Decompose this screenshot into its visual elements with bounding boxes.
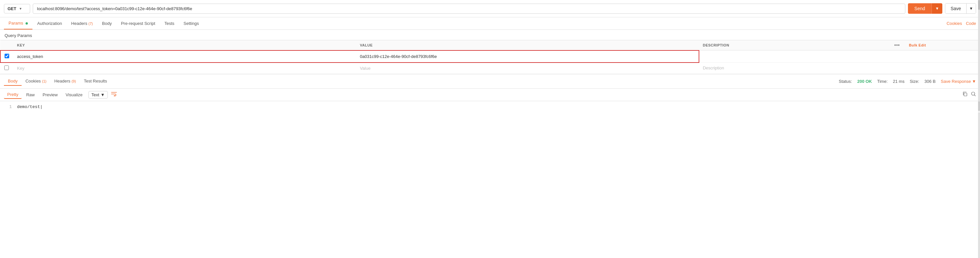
response-tab-cookies[interactable]: Cookies (1) — [22, 77, 51, 86]
th-bulk-edit[interactable]: Bulk Edit — [905, 40, 980, 51]
response-status: Status: 200 OK Time: 21 ms Size: 306 B S… — [839, 79, 976, 84]
params-table: KEY VALUE DESCRIPTION ••• Bulk Edit — [0, 40, 980, 74]
empty-key-placeholder: Key — [17, 66, 24, 71]
row-checkbox[interactable] — [5, 54, 9, 58]
resp-headers-badge: (9) — [72, 79, 76, 83]
code-area: 1 demo/test — [0, 101, 980, 113]
body-tab-visualize[interactable]: Visualize — [62, 91, 86, 99]
code-scrollbar[interactable] — [978, 101, 980, 113]
cookies-link[interactable]: Cookies — [947, 21, 962, 26]
send-dropdown-button[interactable]: ▼ — [932, 3, 942, 14]
time-label: Time: — [877, 79, 888, 84]
more-options-button[interactable]: ••• — [893, 42, 901, 48]
line-numbers: 1 — [5, 104, 12, 109]
save-btn-group: Save ▼ — [945, 3, 976, 14]
size-label: Size: — [910, 79, 919, 84]
row-checkbox-cell — [0, 51, 13, 62]
tab-prerequest[interactable]: Pre-request Script — [116, 18, 160, 29]
th-description: DESCRIPTION — [699, 40, 889, 51]
empty-desc-placeholder: Description — [703, 65, 724, 70]
empty-value-placeholder: Value — [360, 66, 371, 71]
params-dot — [25, 22, 28, 25]
save-dropdown-button[interactable]: ▼ — [966, 3, 976, 13]
tab-headers[interactable]: Headers (7) — [67, 18, 97, 29]
save-button[interactable]: Save — [945, 3, 966, 13]
row-key-cell — [13, 51, 356, 62]
size-value: 306 B — [924, 79, 935, 84]
th-key: KEY — [13, 40, 356, 51]
response-tabs: Body Cookies (1) Headers (9) Test Result… — [4, 77, 111, 86]
save-response-button[interactable]: Save Response ▼ — [941, 79, 976, 84]
row-desc-input[interactable] — [703, 53, 885, 60]
empty-checkbox-cell — [0, 62, 13, 74]
tab-body[interactable]: Body — [98, 18, 117, 29]
save-response-chevron: ▼ — [972, 79, 976, 84]
response-bar: Body Cookies (1) Headers (9) Test Result… — [0, 74, 980, 89]
row-value-cell — [356, 51, 699, 62]
send-btn-group: Send ▼ — [908, 3, 943, 14]
row-value-input[interactable] — [360, 53, 695, 60]
th-actions: ••• — [889, 40, 905, 51]
search-button[interactable] — [971, 91, 976, 98]
format-chevron-icon: ▼ — [100, 92, 105, 97]
scrollbar[interactable] — [978, 0, 980, 113]
th-checkbox — [0, 40, 13, 51]
tab-authorization[interactable]: Authorization — [32, 18, 67, 29]
method-label: GET — [8, 6, 16, 11]
row-actions-cell — [889, 51, 905, 62]
body-tab-pretty[interactable]: Pretty — [4, 91, 22, 99]
body-tab-raw[interactable]: Raw — [23, 91, 38, 99]
params-table-wrapper: KEY VALUE DESCRIPTION ••• Bulk Edit — [0, 40, 980, 74]
response-tab-body[interactable]: Body — [4, 77, 22, 86]
cookies-badge: (1) — [42, 79, 46, 83]
response-tab-test-results[interactable]: Test Results — [80, 77, 111, 86]
scrollbar-thumb — [978, 0, 980, 10]
empty-desc-cell: Description — [699, 62, 889, 74]
url-bar: GET ▼ Send ▼ Save ▼ — [0, 0, 980, 18]
send-button[interactable]: Send — [908, 3, 932, 14]
svg-rect-0 — [964, 93, 967, 96]
empty-actions-cell — [889, 62, 905, 74]
query-params-label: Query Params — [0, 30, 980, 40]
method-chevron-icon: ▼ — [19, 7, 22, 11]
time-value: 21 ms — [893, 79, 904, 84]
code-link[interactable]: Code — [966, 21, 976, 26]
request-tabs-bar: Params Authorization Headers (7) Body Pr… — [0, 18, 980, 30]
tabs-right: Cookies Code — [947, 21, 976, 26]
svg-point-1 — [972, 92, 975, 95]
tab-params[interactable]: Params — [4, 18, 32, 29]
th-value: VALUE — [356, 40, 699, 51]
tab-settings[interactable]: Settings — [179, 18, 204, 29]
code-scrollbar-thumb — [978, 101, 980, 111]
empty-value-cell: Value — [356, 62, 699, 74]
url-input[interactable] — [33, 3, 905, 14]
wrap-button[interactable] — [109, 91, 119, 99]
code-line[interactable]: demo/test — [17, 104, 975, 109]
format-select[interactable]: Text ▼ — [88, 91, 108, 99]
status-value: 200 OK — [857, 79, 872, 84]
method-select[interactable]: GET ▼ — [4, 4, 30, 13]
empty-extra-cell — [905, 62, 980, 74]
body-tab-preview[interactable]: Preview — [39, 91, 61, 99]
table-row — [0, 51, 980, 62]
code-content: demo/test — [17, 104, 975, 109]
row-extra-cell — [905, 51, 980, 62]
body-icons — [963, 91, 976, 98]
empty-key-cell: Key — [13, 62, 356, 74]
tab-tests[interactable]: Tests — [160, 18, 179, 29]
status-label: Status: — [839, 79, 852, 84]
table-row-empty: Key Value Description — [0, 62, 980, 74]
headers-badge: (7) — [88, 22, 93, 25]
row-desc-cell — [699, 51, 889, 62]
empty-row-checkbox[interactable] — [4, 65, 9, 70]
copy-button[interactable] — [963, 91, 967, 98]
row-key-input[interactable] — [17, 53, 352, 60]
body-display-tabs-bar: Pretty Raw Preview Visualize Text ▼ — [0, 89, 980, 101]
response-tab-headers[interactable]: Headers (9) — [51, 77, 80, 86]
